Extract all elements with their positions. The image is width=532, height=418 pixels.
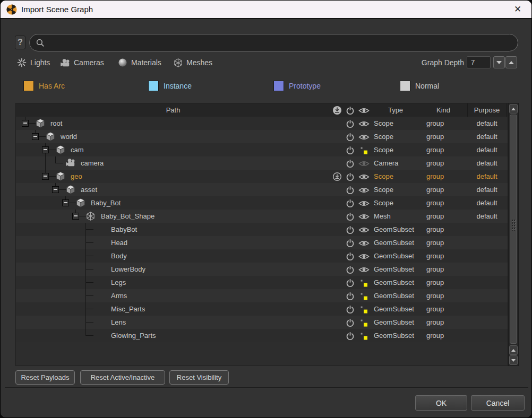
node-label: cam [71,143,84,156]
active-toggle-icon[interactable] [344,277,356,288]
filter-label: Lights [30,58,50,67]
tree-expander[interactable] [52,186,59,193]
tree-expander[interactable] [22,120,29,127]
mesh-icon [173,57,183,68]
visibility-icon[interactable] [357,264,371,275]
table-row[interactable]: Body GeomSubset group [16,249,508,263]
tree-expander[interactable] [62,199,69,206]
close-icon[interactable]: ✕ [511,3,524,16]
table-row[interactable]: Misc_Parts GeomSubset group [16,302,508,316]
type-cell: Camera [372,156,419,170]
filter-toggle-lights[interactable]: Lights [16,56,50,69]
kind-cell: group [419,276,467,289]
node-label: Glowing_Parts [111,329,156,342]
table-row[interactable]: Baby_Bot Scope group default [16,196,508,210]
active-toggle-icon[interactable] [344,211,356,222]
filter-toggle-meshes[interactable]: Meshes [173,56,212,69]
table-row[interactable]: camera Camera group default [16,156,508,170]
table-row[interactable]: Head GeomSubset group [16,236,508,249]
visibility-partial-icon[interactable] [357,291,371,301]
filter-label: Meshes [186,58,212,67]
active-toggle-icon[interactable] [344,291,356,301]
active-toggle-icon[interactable] [344,264,356,275]
minus-icon [44,176,47,177]
payload-icon[interactable] [331,171,343,182]
tree-expander[interactable] [42,146,49,153]
active-toggle-icon[interactable] [344,251,356,262]
visibility-icon[interactable] [357,185,371,195]
visibility-icon[interactable] [357,224,371,235]
table-row[interactable]: root Scope group default [16,117,508,130]
reset-active-inactive-button[interactable]: Reset Active/Inactive [80,370,165,385]
legend-swatch [400,81,410,91]
scroll-up-button-bottom[interactable] [509,345,518,355]
help-button[interactable]: ? [15,36,25,49]
table-row[interactable]: LowerBody GeomSubset group [16,263,508,276]
active-toggle-icon[interactable] [344,132,356,142]
visibility-partial-icon[interactable] [357,317,371,328]
visibility-icon[interactable] [357,118,371,129]
filter-toggle-materials[interactable]: Materials [117,56,161,69]
visibility-icon[interactable] [357,238,371,248]
visibility-icon[interactable] [357,198,371,208]
ok-button[interactable]: OK [415,395,467,411]
table-row[interactable]: Baby_Bot_Shape Mesh group default [16,210,508,223]
visibility-icon[interactable] [357,132,371,142]
visibility-icon[interactable] [357,158,371,169]
visibility-partial-icon[interactable] [357,277,371,288]
visibility-icon[interactable] [357,171,371,182]
visibility-partial-icon[interactable] [357,145,371,155]
node-label: Lens [111,316,126,329]
active-toggle-icon[interactable] [344,304,356,315]
scroll-down-button[interactable] [509,355,518,365]
table-row[interactable]: Glowing_Parts GeomSubset group [16,329,508,342]
active-toggle-icon[interactable] [344,224,356,235]
visibility-icon[interactable] [357,251,371,262]
active-toggle-icon[interactable] [344,118,356,129]
type-cell: GeomSubset [372,223,419,236]
reset-payloads-button[interactable]: Reset Payloads [15,370,75,385]
prim-cube-icon [75,198,86,208]
table-row[interactable]: cam Scope group default [16,143,508,156]
type-cell: Scope [372,117,419,130]
reset-visibility-button[interactable]: Reset Visibility [169,370,229,385]
active-toggle-icon[interactable] [344,171,356,182]
tree-expander[interactable] [42,173,49,180]
filter-toggle-cameras[interactable]: Cameras [60,56,104,69]
purpose-cell: default [467,170,507,183]
prim-cube-icon [45,132,56,142]
vertical-scrollbar[interactable] [508,103,519,366]
kind-cell: group [419,223,467,236]
table-row[interactable]: BabyBot GeomSubset group [16,223,508,236]
graph-depth-input[interactable]: 7 [467,56,491,68]
search-input[interactable] [48,38,511,48]
cancel-button[interactable]: Cancel [471,395,525,411]
table-row[interactable]: world Scope group default [16,130,508,143]
active-toggle-icon[interactable] [344,198,356,208]
purpose-cell: default [467,143,507,156]
table-row[interactable]: geo Scope group default [16,170,508,183]
legend-item: Prototype [273,80,321,92]
graph-depth-decrement-button[interactable] [493,56,505,68]
table-row[interactable]: Lens GeomSubset group [16,316,508,329]
tree-expander[interactable] [72,213,79,220]
table-row[interactable]: asset Scope group default [16,183,508,196]
tree-expander[interactable] [32,133,39,140]
active-toggle-icon[interactable] [344,330,356,341]
table-row[interactable]: Legs GeomSubset group [16,276,508,289]
active-toggle-icon[interactable] [344,238,356,248]
scroll-up-button[interactable] [509,104,518,114]
prim-cube-icon [55,145,66,155]
active-toggle-icon[interactable] [344,185,356,195]
visibility-icon[interactable] [357,211,371,222]
active-toggle-icon[interactable] [344,317,356,328]
scrollbar-thumb[interactable] [510,115,517,344]
graph-depth-increment-button[interactable] [505,56,517,68]
chevron-up-icon [509,61,514,64]
visibility-partial-icon[interactable] [357,304,371,315]
prim-cube-icon [65,185,76,195]
active-toggle-icon[interactable] [344,158,356,169]
active-toggle-icon[interactable] [344,145,356,155]
visibility-partial-icon[interactable] [357,330,371,341]
table-row[interactable]: Arms GeomSubset group [16,289,508,302]
